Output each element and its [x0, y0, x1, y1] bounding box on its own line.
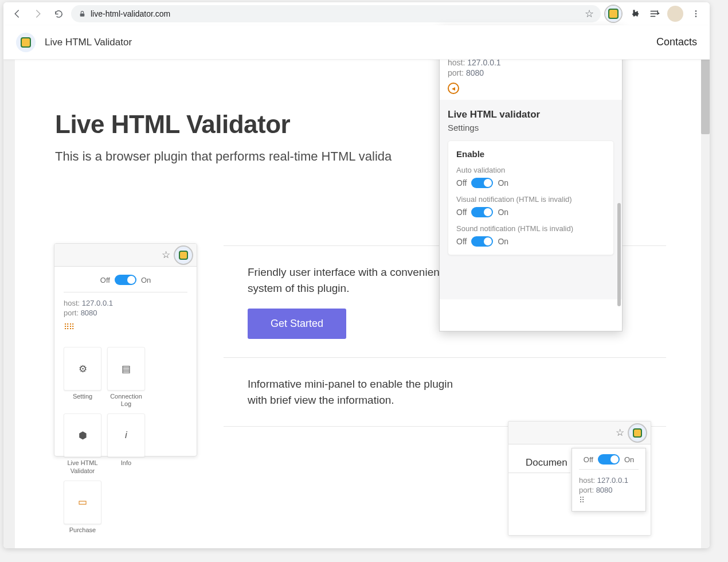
- document-text: Documen: [508, 450, 570, 473]
- extensions-puzzle-icon[interactable]: [626, 6, 642, 22]
- feature-text: with brief view the information.: [248, 394, 394, 406]
- option-label: Visual notification (HTML is invalid): [456, 195, 605, 204]
- lock-icon: [78, 10, 86, 18]
- back-circle-icon[interactable]: ◂: [448, 83, 459, 94]
- get-started-button[interactable]: Get Started: [248, 309, 346, 339]
- card-icon: ▭: [78, 496, 87, 508]
- mini-popup: Off On host: 127.0.0.1 port: 8080 ⠿: [572, 448, 646, 512]
- toggle-switch[interactable]: [471, 236, 493, 247]
- star-icon: ☆: [616, 427, 624, 439]
- site-logo: [16, 33, 36, 52]
- feature-text: Friendly user interface with a convenien…: [248, 266, 443, 278]
- svg-rect-0: [80, 13, 84, 16]
- option-label: Auto validation: [456, 166, 605, 174]
- feature-text: Informative mini-panel to enable the plu…: [248, 378, 453, 390]
- reload-button[interactable]: [50, 6, 66, 22]
- extension-icon: [629, 424, 646, 442]
- log-icon: ▤: [122, 363, 131, 375]
- screenshot-mini-panel: ☆ Off On host: 127.0.0.1 port: 8080 ⠿⠿ ⚙…: [54, 243, 197, 456]
- feature-row: Informative mini-panel to enable the plu…: [224, 358, 666, 427]
- option-label: Sound notification (HTML is invalid): [456, 224, 605, 233]
- contacts-link[interactable]: Contacts: [656, 36, 697, 48]
- toggle-switch[interactable]: [471, 178, 493, 188]
- site-header: Live HTML Validator Contacts: [3, 25, 710, 60]
- enable-toggle[interactable]: Off On: [64, 275, 187, 285]
- tile-validator[interactable]: ⬢: [64, 413, 101, 457]
- feature-text: system of this plugin.: [248, 282, 349, 294]
- address-bar[interactable]: live-html-validator.com ☆: [71, 5, 601, 22]
- toggle-switch[interactable]: [115, 275, 136, 285]
- info-icon: i: [125, 430, 127, 441]
- extension-button[interactable]: [605, 6, 621, 22]
- forward-button[interactable]: [30, 6, 46, 22]
- back-button[interactable]: [9, 6, 25, 22]
- scrollbar[interactable]: [617, 203, 621, 306]
- popup-subtitle: Settings: [448, 123, 614, 132]
- star-icon: ☆: [162, 249, 170, 261]
- enable-card: Enable Auto validation OffOn Visual noti…: [448, 140, 614, 255]
- extension-icon: [175, 247, 192, 264]
- gear-icon: ⚙: [79, 363, 87, 375]
- chrome-menu-icon[interactable]: [688, 6, 704, 22]
- tile-connection-log[interactable]: ▤: [107, 347, 145, 391]
- tile-setting[interactable]: ⚙: [64, 347, 101, 391]
- media-control-icon[interactable]: [647, 6, 663, 22]
- browser-toolbar: live-html-validator.com ☆: [3, 2, 710, 25]
- enable-toggle[interactable]: Off On: [579, 454, 639, 465]
- off-label: Off: [584, 455, 593, 464]
- sound-notification-toggle[interactable]: OffOn: [456, 236, 605, 247]
- toggle-switch[interactable]: [598, 454, 620, 465]
- port-row: port: 8080: [579, 485, 639, 495]
- host-row: host: 127.0.0.1: [579, 475, 639, 485]
- port-row: port: 8080: [448, 68, 614, 78]
- host-row: host: 127.0.0.1: [64, 298, 187, 308]
- svg-point-2: [695, 13, 697, 15]
- port-row: port: 8080: [64, 308, 187, 318]
- profile-avatar[interactable]: [667, 6, 683, 22]
- popup-title: Live HTML validator: [448, 109, 614, 120]
- auto-validation-toggle[interactable]: OffOn: [456, 178, 605, 188]
- on-label: On: [624, 455, 634, 464]
- svg-point-3: [695, 15, 697, 17]
- off-label: Off: [100, 276, 110, 284]
- page-scrollbar[interactable]: [701, 25, 710, 548]
- visual-notification-toggle[interactable]: OffOn: [456, 207, 605, 217]
- screenshot-mini-panel-2: ☆ Documen Off On host: 127.0.0.1 port: 8…: [508, 421, 651, 536]
- tile-info[interactable]: i: [107, 413, 145, 457]
- extension-popup: Off On host: 127.0.0.1 port: 8080 ◂ Live…: [439, 28, 623, 331]
- bookmark-star-icon[interactable]: ☆: [585, 7, 594, 20]
- tile-purchase[interactable]: ▭: [64, 481, 101, 524]
- on-label: On: [141, 276, 151, 284]
- svg-point-1: [695, 10, 697, 12]
- grid-icon[interactable]: ⠿⠿: [64, 322, 74, 331]
- url-text: live-html-validator.com: [91, 9, 580, 18]
- enable-heading: Enable: [456, 149, 605, 159]
- toggle-switch[interactable]: [471, 207, 493, 217]
- site-title: Live HTML Validator: [45, 37, 132, 48]
- html5-icon: ⬢: [79, 430, 87, 442]
- grid-icon[interactable]: ⠿: [579, 495, 585, 505]
